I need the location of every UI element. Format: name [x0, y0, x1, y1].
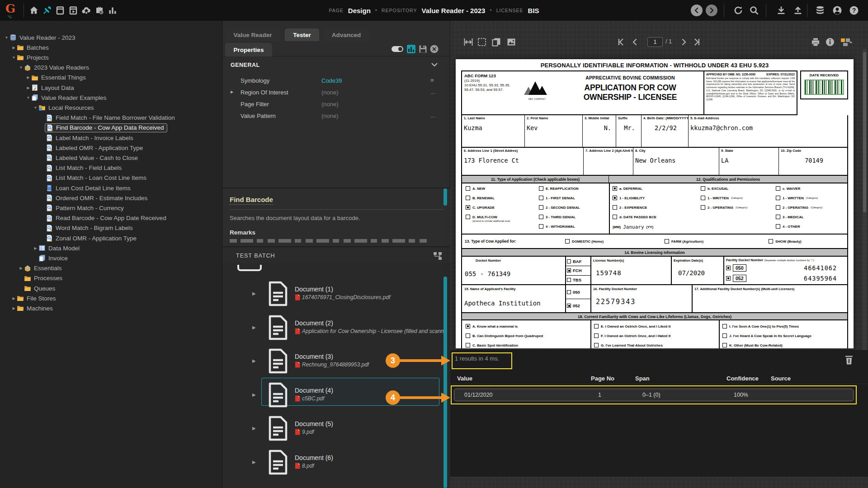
result-row[interactable]: 01/12/202010–1 (0)100%: [454, 389, 854, 401]
tree-item[interactable]: Pattern Match - Currency: [0, 203, 222, 213]
property-value[interactable]: (none): [321, 101, 339, 108]
prev-page-icon[interactable]: [630, 37, 640, 47]
tree-item[interactable]: Read Barcode - Cow App Date Received: [0, 213, 222, 223]
tab-value-reader[interactable]: Value Reader: [225, 28, 280, 41]
expand-closed-icon[interactable]: ▶: [252, 325, 256, 330]
page-number-input[interactable]: 1: [647, 37, 663, 47]
document-list-item[interactable]: ▶Document (6)8.pdf: [222, 448, 450, 481]
property-value[interactable]: Code39: [321, 77, 342, 84]
expand-closed-icon[interactable]: ▶: [252, 460, 256, 465]
tree-item[interactable]: ▶Layout Data: [0, 83, 222, 93]
tree-item[interactable]: ▼Local Resources: [0, 103, 222, 113]
expand-open-icon[interactable]: ▼: [4, 36, 9, 40]
next-page-icon[interactable]: [679, 37, 689, 47]
expand-open-icon[interactable]: ▼: [18, 66, 24, 70]
tree-item[interactable]: ▶Essentials: [0, 263, 222, 273]
search-icon[interactable]: [749, 5, 760, 16]
property-row-symbology[interactable]: SymbologyCode39≡: [222, 75, 450, 87]
tree-item[interactable]: Loan Cost Detail Line Items: [0, 183, 222, 193]
upload-icon[interactable]: [793, 5, 803, 16]
first-page-icon[interactable]: [617, 37, 627, 47]
document-list-item[interactable]: ▶Document (3)Rechnung_9764889953.pdf: [222, 347, 450, 380]
page-value[interactable]: Design: [348, 7, 371, 14]
tree-item[interactable]: List Match - Field Labels: [0, 163, 222, 173]
viewer-scrollbar-thumb[interactable]: [863, 52, 866, 212]
scrollbar-thumb[interactable]: [443, 277, 447, 488]
copy-pages-icon[interactable]: [491, 37, 501, 47]
info-icon[interactable]: [825, 37, 835, 47]
batch-hierarchy-icon[interactable]: [433, 252, 443, 261]
layout-view-icon[interactable]: [840, 37, 854, 47]
save-icon[interactable]: [419, 45, 427, 55]
ellipsis-icon[interactable]: ...: [430, 112, 435, 119]
tree-item[interactable]: ▼Value Reader Examples: [0, 93, 222, 103]
licensee-value[interactable]: BIS: [528, 7, 539, 14]
expand-closed-icon[interactable]: ▶: [252, 358, 256, 363]
expand-closed-icon[interactable]: ▶: [252, 426, 256, 431]
tree-item[interactable]: ▶Data Model: [0, 243, 222, 253]
tree-item[interactable]: Processes: [0, 273, 222, 283]
results-column-header[interactable]: Value: [457, 375, 472, 382]
expand-closed-icon[interactable]: ▶: [25, 86, 31, 90]
expand-closed-icon[interactable]: ▶: [252, 392, 256, 397]
tree-item[interactable]: Find Barcode - Cow App Data Received: [0, 123, 222, 133]
clear-results-icon[interactable]: [844, 355, 854, 365]
expand-closed-icon[interactable]: ▶: [18, 266, 24, 270]
results-column-header[interactable]: Span: [635, 375, 650, 382]
expand-open-icon[interactable]: ▼: [11, 56, 17, 60]
property-row-value-pattern[interactable]: Value Pattern(none)...: [222, 110, 450, 122]
fit-width-icon[interactable]: [463, 37, 473, 47]
document-list-item[interactable]: ▶Document (1)1674076971_ClosingDisclosur…: [222, 279, 450, 313]
tree-item[interactable]: Labeled OMR - Application Type: [0, 143, 222, 153]
image-icon[interactable]: [506, 37, 516, 47]
property-value[interactable]: (none): [321, 113, 339, 119]
expand-closed-icon[interactable]: ▶: [33, 246, 38, 250]
tree-item[interactable]: Word Match - Bigram Labels: [0, 223, 222, 233]
user-icon[interactable]: [832, 5, 843, 16]
property-row-region-of-interest[interactable]: ▶Region Of Interest(none)...: [222, 87, 450, 99]
repository-value[interactable]: Value Reader - 2023: [422, 7, 486, 14]
menu-icon[interactable]: ≡: [430, 77, 434, 84]
help-icon[interactable]: ?: [849, 5, 859, 16]
tree-item[interactable]: Zonal OMR - Application Type: [0, 233, 222, 243]
tree-item[interactable]: ▼2023 Value Readers: [0, 63, 222, 73]
tree-item[interactable]: Field Match - File Name Borrower Validat…: [0, 113, 222, 123]
ellipsis-icon[interactable]: ...: [430, 89, 435, 95]
results-column-header[interactable]: Source: [771, 375, 791, 382]
results-column-header[interactable]: Confidence: [726, 375, 759, 382]
expand-closed-icon[interactable]: ▶: [11, 296, 17, 300]
tree-item[interactable]: Label Match - Invoice Labels: [0, 133, 222, 143]
tree-item[interactable]: ▼Value Reader - 2023: [0, 33, 222, 42]
refresh-icon[interactable]: [733, 5, 744, 16]
tree-item[interactable]: ▼Projects: [0, 52, 222, 62]
print-icon[interactable]: [811, 37, 821, 47]
tree-item[interactable]: Invoice: [0, 253, 222, 263]
tree-item[interactable]: ▶Batches: [0, 42, 222, 52]
expand-closed-icon[interactable]: ▶: [252, 291, 256, 296]
toggle-switch-icon[interactable]: [392, 46, 403, 52]
scrollbar-thumb[interactable]: [443, 188, 447, 206]
tree-item[interactable]: ▶Machines: [0, 303, 222, 313]
tree-item[interactable]: Queues: [0, 283, 222, 293]
tree-item[interactable]: Labeled Value - Cash to Close: [0, 153, 222, 163]
tree-item[interactable]: Ordered OMR - Estimate Includes: [0, 193, 222, 203]
close-icon[interactable]: [430, 45, 439, 55]
expand-closed-icon[interactable]: ▶: [231, 90, 233, 94]
expand-closed-icon[interactable]: ▶: [11, 46, 17, 50]
back-button[interactable]: [691, 5, 703, 16]
general-section-header[interactable]: GENERAL: [222, 61, 450, 71]
tree-item[interactable]: ▶Essential Things: [0, 73, 222, 83]
expand-open-icon[interactable]: ▼: [33, 106, 38, 110]
last-page-icon[interactable]: [691, 37, 701, 47]
property-value[interactable]: (none): [321, 89, 339, 96]
diagnostics-chart-icon[interactable]: [407, 45, 415, 53]
download-icon[interactable]: [776, 5, 787, 16]
property-row-page-filter[interactable]: Page Filter(none): [222, 99, 450, 110]
tab-advanced[interactable]: Advanced: [324, 28, 369, 41]
expand-closed-icon[interactable]: ▶: [11, 306, 17, 310]
document-list-item[interactable]: ▶Document (2)Application for Cow Ownersh…: [222, 313, 450, 347]
document-list-item[interactable]: ▶Document (5)9.pdf: [222, 414, 450, 447]
marquee-select-icon[interactable]: [477, 37, 487, 47]
database-icon[interactable]: [815, 5, 826, 16]
tab-tester[interactable]: Tester: [285, 28, 319, 41]
